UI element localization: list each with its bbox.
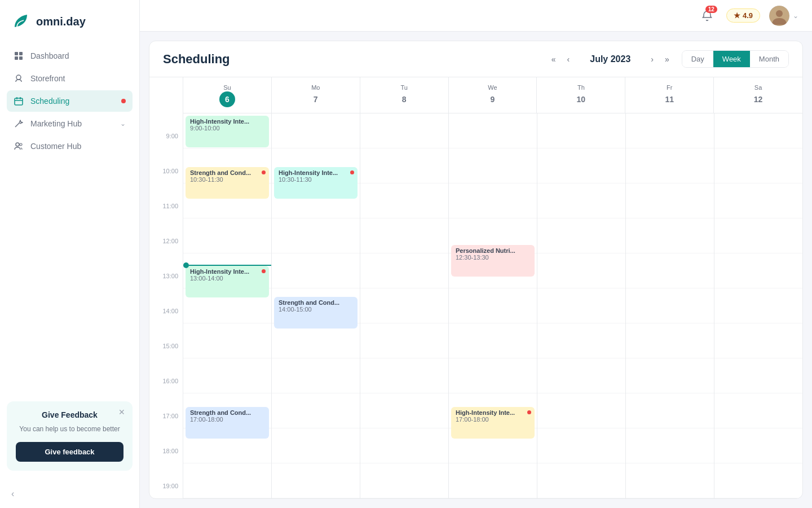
event-high-intensity-su-13[interactable]: High-Intensity Inte... 13:00-14:00 [186, 266, 269, 297]
feedback-body: You can help us to become better [16, 424, 123, 434]
time-slot-1300: 13:00 [149, 271, 183, 306]
sidebar-item-label: Storefront [30, 74, 65, 83]
sidebar-item-label: Scheduling [30, 97, 69, 106]
time-slot-1200: 12:00 [149, 237, 183, 271]
notifications-button[interactable]: 12 [697, 6, 717, 26]
chevron-down-icon: ⌄ [793, 12, 798, 20]
next-next-button[interactable]: » [661, 52, 673, 66]
day-header-sa12[interactable]: Sa 12 [714, 77, 802, 113]
day-view-button[interactable]: Day [682, 51, 713, 67]
day-header-tu8[interactable]: Tu 8 [360, 77, 449, 113]
day-header-we9[interactable]: We 9 [449, 77, 537, 113]
event-high-intensity-su-9[interactable]: High-Intensity Inte... 9:00-10:00 [186, 116, 269, 147]
avatar-image [769, 6, 789, 26]
day-col-th10 [537, 113, 626, 498]
svg-rect-2 [15, 56, 18, 60]
calendar-icon [14, 96, 24, 106]
avatar [769, 6, 789, 26]
calendar-next-nav: › » [647, 52, 672, 66]
time-slot-1700: 17:00 [149, 411, 183, 446]
event-high-intensity-mo-1030[interactable]: High-Intensity Inte... 10:30-11:30 [274, 167, 358, 199]
prev-prev-button[interactable]: « [548, 52, 559, 66]
sidebar-item-label: Customer Hub [30, 142, 81, 151]
sidebar-item-dashboard[interactable]: Dashboard [7, 45, 133, 67]
event-personalized-we-1230[interactable]: Personalized Nutri... 12:30-13:30 [451, 245, 535, 277]
svg-point-4 [16, 75, 21, 80]
sidebar-item-label: Marketing Hub [30, 119, 82, 128]
svg-point-9 [776, 10, 783, 17]
time-slot-1500: 15:00 [149, 341, 183, 376]
event-dot [350, 170, 354, 174]
view-toggle: Day Week Month [682, 50, 789, 68]
store-icon [14, 73, 24, 84]
prev-button[interactable]: ‹ [564, 52, 573, 66]
star-icon: ★ [734, 11, 740, 20]
time-slot-1000: 10:00 [149, 167, 183, 202]
time-slot-1900: 19:00 [149, 481, 183, 498]
time-slot-1400: 14:00 [149, 306, 183, 341]
day-col-su6: High-Intensity Inte... 9:00-10:00 Streng… [183, 113, 272, 498]
sidebar-item-storefront[interactable]: Storefront [7, 68, 133, 89]
day-header-mo7[interactable]: Mo 7 [272, 77, 360, 113]
feedback-title: Give Feedback [16, 410, 123, 419]
time-slot-900: 9:00 [149, 132, 183, 167]
svg-rect-5 [15, 98, 23, 105]
notification-badge: 12 [705, 6, 717, 13]
svg-rect-3 [19, 56, 23, 60]
scheduling-panel: Scheduling « ‹ July 2023 › » Day Week Mo… [149, 41, 803, 499]
rating-badge[interactable]: ★ 4.9 [726, 8, 760, 23]
sidebar-item-marketing-hub[interactable]: Marketing Hub ⌄ [7, 113, 133, 134]
scheduling-header: Scheduling « ‹ July 2023 › » Day Week Mo… [149, 41, 802, 77]
give-feedback-button[interactable]: Give feedback [16, 442, 123, 462]
close-icon[interactable]: ✕ [117, 407, 127, 417]
svg-rect-0 [15, 52, 18, 55]
scheduling-title: Scheduling [163, 52, 539, 67]
day-col-tu8 [360, 113, 449, 498]
month-view-button[interactable]: Month [750, 51, 788, 67]
event-dot [262, 269, 266, 273]
week-view-button[interactable]: Week [713, 51, 750, 67]
event-dot [527, 410, 531, 414]
day-header-th10[interactable]: Th 10 [537, 77, 625, 113]
main-content: 12 ★ 4.9 ⌄ Scheduling « ‹ [140, 0, 812, 508]
svg-rect-1 [19, 52, 23, 55]
day-col-sa12 [714, 113, 802, 498]
day-header-fr11[interactable]: Fr 11 [625, 77, 714, 113]
day-header-su6[interactable]: Su 6 [183, 77, 272, 113]
day-col-fr11 [626, 113, 714, 498]
time-column: 9:00 10:00 11:00 12:00 13:00 14:00 15:00… [149, 77, 183, 498]
topbar: 12 ★ 4.9 ⌄ [140, 0, 812, 32]
event-dot [262, 170, 266, 174]
feedback-card: ✕ Give Feedback You can help us to becom… [7, 401, 133, 471]
current-month-label: July 2023 [582, 54, 638, 64]
sidebar-item-label: Dashboard [30, 51, 69, 60]
event-strength-su-17[interactable]: Strength and Cond... 17:00-18:00 [186, 407, 269, 439]
svg-point-6 [16, 143, 19, 146]
sidebar-item-customer-hub[interactable]: Customer Hub [7, 135, 133, 157]
grid-icon [14, 51, 24, 61]
sidebar-item-scheduling[interactable]: Scheduling [7, 90, 133, 112]
days-body: High-Intensity Inte... 9:00-10:00 Streng… [183, 113, 802, 498]
event-strength-su-1030[interactable]: Strength and Cond... 10:30-11:30 [186, 167, 269, 199]
logo[interactable]: omni.day [0, 0, 139, 45]
days-header: Su 6 Mo 7 Tu 8 We 9 [183, 77, 802, 113]
day-col-we9: Personalized Nutri... 12:30-13:30 High-I… [449, 113, 537, 498]
event-high-intensity-we-17[interactable]: High-Intensity Inte... 17:00-18:00 [451, 407, 535, 439]
event-strength-mo-14[interactable]: Strength and Cond... 14:00-15:00 [274, 297, 358, 329]
chevron-down-icon: ⌄ [120, 120, 126, 128]
users-icon [14, 141, 24, 151]
scheduling-dot [121, 99, 126, 103]
day-col-mo7: High-Intensity Inte... 10:30-11:30 Stren… [272, 113, 360, 498]
calendar-nav: « ‹ [548, 52, 573, 66]
time-slot-1600: 16:00 [149, 376, 183, 411]
rating-value: 4.9 [743, 11, 753, 20]
logo-icon [11, 11, 32, 32]
time-slot-1800: 18:00 [149, 446, 183, 481]
sidebar: omni.day Dashboard Storefr [0, 0, 140, 508]
calendar-body-wrapper: 9:00 10:00 11:00 12:00 13:00 14:00 15:00… [149, 77, 802, 498]
user-menu[interactable]: ⌄ [769, 6, 798, 26]
logo-text: omni.day [36, 15, 86, 28]
next-button[interactable]: › [647, 52, 657, 66]
wand-icon [14, 119, 24, 129]
sidebar-collapse-button[interactable]: ‹ [0, 480, 139, 508]
